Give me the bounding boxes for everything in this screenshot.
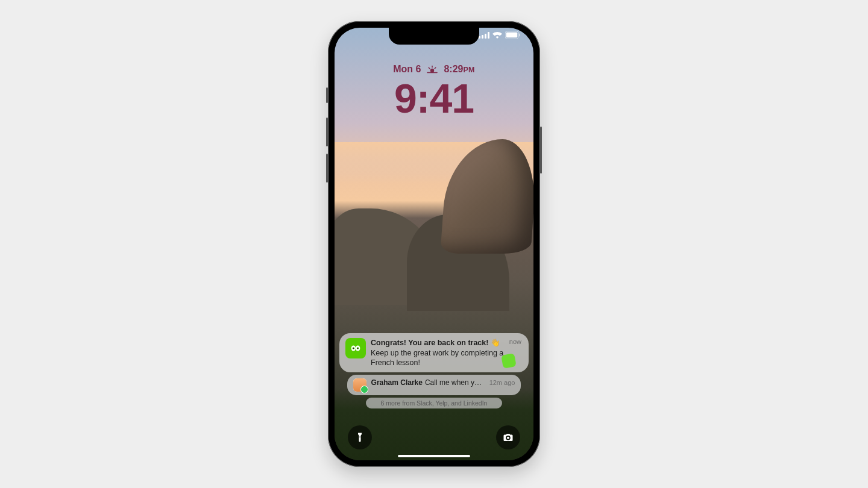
sunset-icon bbox=[427, 65, 438, 74]
notification-sender: Graham Clarke bbox=[371, 378, 423, 388]
mute-switch bbox=[326, 87, 328, 103]
notification-preview: Call me when y… bbox=[425, 378, 482, 388]
side-button bbox=[540, 127, 542, 174]
notification-card[interactable]: Graham Clarke Call me when y… 12m ago bbox=[347, 375, 521, 395]
date-label: Mon 6 bbox=[393, 64, 421, 75]
flashlight-button[interactable] bbox=[348, 425, 372, 449]
duolingo-badge-icon bbox=[501, 353, 516, 368]
lock-clock: 9:41 bbox=[335, 75, 533, 122]
flashlight-icon bbox=[354, 432, 365, 443]
date-widget-row[interactable]: Mon 6 8:29PM bbox=[335, 64, 533, 75]
svg-rect-6 bbox=[519, 34, 520, 37]
svg-rect-2 bbox=[485, 34, 486, 39]
notification-body: Keep up the great work by completing a F… bbox=[371, 348, 523, 368]
notification-timestamp: now bbox=[509, 338, 521, 345]
camera-button[interactable] bbox=[496, 425, 520, 449]
notification-title: Congrats! You are back on track! 👋 bbox=[371, 338, 523, 348]
svg-rect-1 bbox=[482, 35, 483, 39]
wifi-icon bbox=[492, 32, 502, 39]
notification-stack-summary[interactable]: 6 more from Slack, Yelp, and LinkedIn bbox=[366, 398, 502, 408]
notification-list[interactable]: Congrats! You are back on track! 👋 Keep … bbox=[339, 333, 529, 408]
svg-point-12 bbox=[353, 348, 354, 349]
duolingo-icon bbox=[345, 338, 366, 358]
svg-rect-5 bbox=[506, 33, 518, 38]
status-bar bbox=[479, 31, 520, 39]
lock-screen[interactable]: Mon 6 8:29PM 9:41 Congrats! You are back… bbox=[335, 28, 533, 460]
volume-down-button bbox=[326, 154, 328, 183]
camera-icon bbox=[503, 432, 514, 443]
notification-timestamp: 12m ago bbox=[489, 378, 515, 387]
notch bbox=[389, 28, 479, 45]
svg-point-13 bbox=[357, 348, 359, 349]
phone-frame: Mon 6 8:29PM 9:41 Congrats! You are back… bbox=[328, 21, 540, 467]
svg-rect-3 bbox=[488, 32, 489, 39]
battery-icon bbox=[505, 31, 520, 39]
contact-avatar-icon bbox=[353, 378, 366, 392]
notification-card[interactable]: Congrats! You are back on track! 👋 Keep … bbox=[339, 333, 529, 372]
cellular-icon bbox=[479, 32, 489, 39]
svg-point-7 bbox=[430, 69, 434, 72]
volume-up-button bbox=[326, 117, 328, 146]
home-indicator[interactable] bbox=[398, 455, 470, 457]
widget-time: 8:29PM bbox=[444, 64, 474, 75]
